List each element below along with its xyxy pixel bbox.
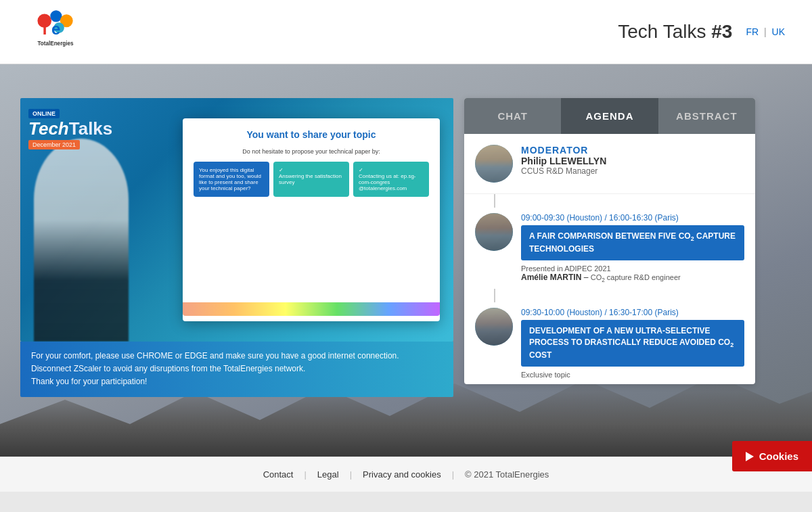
time-label-1: 09:00-09:30 (Houston) / 16:00-16:30 (Par… bbox=[521, 213, 744, 223]
lang-uk-link[interactable]: UK bbox=[772, 26, 785, 37]
video-branding: ONLINE TechTalks December 2021 bbox=[28, 106, 112, 149]
time-label-2: 09:30-10:00 (Houston) / 16:30-17:00 (Par… bbox=[521, 308, 744, 317]
tab-agenda[interactable]: AGENDA bbox=[561, 98, 658, 134]
header: T e TotalEnergies Tech Talks #3 FR | UK bbox=[0, 0, 812, 64]
info-line-2: Disconnect ZScaler to avoid any disrupti… bbox=[31, 363, 443, 375]
timeline-connector-2 bbox=[494, 289, 495, 302]
slide-box-contact: ✓ Contacting us at: ep.sg-com-congres @t… bbox=[353, 162, 429, 197]
talk-badge-2: DEVELOPMENT OF A NEW ULTRA-SELECTIVE PRO… bbox=[521, 320, 744, 367]
talks-label: Talks bbox=[69, 118, 113, 139]
cookies-button[interactable]: Cookies bbox=[732, 441, 812, 471]
moderator-label: MODERATOR bbox=[521, 145, 744, 156]
slide-overlay: You want to share your topic Do not hesi… bbox=[183, 118, 440, 321]
language-selector: FR | UK bbox=[746, 26, 785, 37]
lang-separator: | bbox=[764, 26, 767, 37]
main-stage: ONLINE TechTalks December 2021 You want … bbox=[0, 64, 812, 457]
online-badge: ONLINE bbox=[28, 109, 60, 118]
totalenergies-logo: T e TotalEnergies bbox=[27, 10, 108, 54]
play-icon bbox=[746, 452, 754, 461]
slide-box-question: You enjoyed this digital format and you … bbox=[194, 162, 269, 197]
presenter-name-1: Amélie MARTIN – CO2 capture R&D engineer bbox=[521, 273, 744, 283]
moderator-avatar bbox=[475, 145, 513, 183]
tab-abstract[interactable]: ABSTRACT bbox=[658, 98, 755, 134]
presenter-silhouette bbox=[34, 139, 129, 342]
footer-sep-2: | bbox=[350, 469, 352, 480]
info-banner: For your comfort, please use CHROME or E… bbox=[20, 342, 453, 397]
footer: Contact | Legal | Privacy and cookies | … bbox=[0, 457, 812, 492]
footer-legal-link[interactable]: Legal bbox=[317, 469, 339, 480]
slide-boxes: You enjoyed this digital format and you … bbox=[194, 162, 429, 197]
footer-contact-link[interactable]: Contact bbox=[263, 469, 294, 480]
agenda-item-1: 09:00-09:30 (Houston) / 16:00-16:30 (Par… bbox=[464, 208, 755, 289]
footer-privacy-link[interactable]: Privacy and cookies bbox=[363, 469, 441, 480]
svg-text:e: e bbox=[51, 20, 60, 38]
agenda-item-2-content: 09:30-10:00 (Houston) / 16:30-17:00 (Par… bbox=[521, 308, 744, 379]
svg-text:TotalEnergies: TotalEnergies bbox=[37, 40, 74, 46]
tech-talks-logo: TechTalks bbox=[28, 120, 112, 137]
content-area: ONLINE TechTalks December 2021 You want … bbox=[0, 85, 812, 397]
info-line-1: For your comfort, please use CHROME or E… bbox=[31, 350, 443, 363]
presenter-body bbox=[34, 139, 129, 342]
footer-sep-3: | bbox=[452, 469, 454, 480]
agenda-content: MODERATOR Philip LLEWELLYN CCUS R&D Mana… bbox=[464, 134, 755, 384]
chat-agenda-panel: CHAT AGENDA ABSTRACT MODERATOR Philip LL… bbox=[464, 98, 755, 384]
speaker-1-avatar bbox=[475, 213, 513, 251]
speaker-2-avatar bbox=[475, 308, 513, 346]
moderator-avatar-face bbox=[475, 145, 513, 183]
tab-chat[interactable]: CHAT bbox=[464, 98, 561, 134]
agenda-item-2: 09:30-10:00 (Houston) / 16:30-17:00 (Par… bbox=[464, 302, 755, 384]
speaker-1-avatar-face bbox=[475, 213, 513, 251]
moderator-name: Philip LLEWELLYN bbox=[521, 156, 744, 166]
speaker-2-avatar-face bbox=[475, 308, 513, 346]
date-badge: December 2021 bbox=[28, 140, 80, 149]
logo-area: T e TotalEnergies bbox=[27, 10, 108, 54]
info-line-3: Thank you for your participation! bbox=[31, 375, 443, 388]
svg-text:T: T bbox=[40, 20, 50, 38]
moderator-role: CCUS R&D Manager bbox=[521, 166, 744, 176]
slide-subtitle: Do not hesitate to propose your technica… bbox=[194, 148, 429, 155]
presented-in-1: Presented in ADIPEC 2021 bbox=[521, 264, 744, 273]
moderator-info: MODERATOR Philip LLEWELLYN CCUS R&D Mana… bbox=[521, 145, 744, 176]
slide-rainbow-bar bbox=[183, 302, 440, 316]
video-frame[interactable]: ONLINE TechTalks December 2021 You want … bbox=[20, 98, 453, 342]
moderator-section: MODERATOR Philip LLEWELLYN CCUS R&D Mana… bbox=[464, 134, 755, 194]
tech-label: Tech bbox=[28, 118, 69, 139]
header-right: Tech Talks #3 FR | UK bbox=[618, 21, 785, 43]
agenda-item-1-content: 09:00-09:30 (Houston) / 16:00-16:30 (Par… bbox=[521, 213, 744, 283]
video-panel: ONLINE TechTalks December 2021 You want … bbox=[20, 98, 453, 397]
slide-title: You want to share your topic bbox=[194, 129, 429, 140]
talk-badge-1: A FAIR COMPARISON BETWEEN FIVE CO2 CAPTU… bbox=[521, 225, 744, 260]
page-title: Tech Talks #3 bbox=[618, 21, 732, 43]
panel-tabs: CHAT AGENDA ABSTRACT bbox=[464, 98, 755, 134]
presented-in-2: Exclusive topic bbox=[521, 371, 744, 379]
footer-copyright: © 2021 TotalEnergies bbox=[465, 469, 549, 480]
slide-box-survey: ✓ Answering the satisfaction survey bbox=[273, 162, 349, 197]
footer-sep-1: | bbox=[304, 469, 306, 480]
timeline-connector-1 bbox=[494, 194, 495, 208]
lang-fr-link[interactable]: FR bbox=[746, 26, 759, 37]
cookies-label: Cookies bbox=[759, 450, 798, 462]
